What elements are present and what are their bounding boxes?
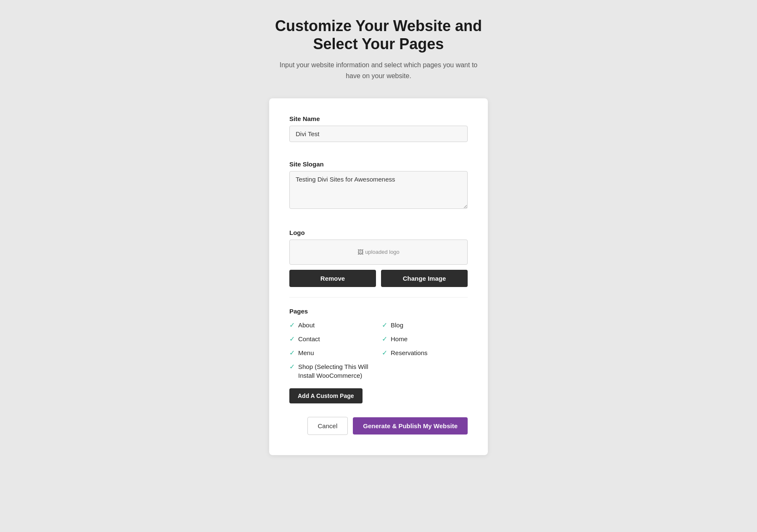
site-name-input[interactable] xyxy=(289,126,468,142)
page-label-about: About xyxy=(298,321,315,329)
page-item-about[interactable]: ✓ About xyxy=(289,321,375,329)
remove-logo-button[interactable]: Remove xyxy=(289,270,376,287)
check-icon-menu: ✓ xyxy=(289,349,295,357)
page-label-contact: Contact xyxy=(298,334,320,343)
page-subtitle: Input your website information and selec… xyxy=(273,60,484,81)
page-item-menu[interactable]: ✓ Menu xyxy=(289,348,375,357)
logo-group: Logo uploaded logo Remove Change Image xyxy=(289,229,468,287)
form-actions: Cancel Generate & Publish My Website xyxy=(289,417,468,435)
page-label-home: Home xyxy=(391,334,408,343)
divider xyxy=(289,297,468,298)
pages-grid: ✓ About ✓ Blog ✓ Contact ✓ Home ✓ Menu xyxy=(289,321,468,380)
page-label-menu: Menu xyxy=(298,348,314,357)
logo-preview: uploaded logo xyxy=(289,240,468,265)
page-label-blog: Blog xyxy=(391,321,403,329)
cancel-button[interactable]: Cancel xyxy=(307,417,348,435)
site-slogan-group: Site Slogan xyxy=(289,161,468,219)
check-icon-reservations: ✓ xyxy=(382,349,387,357)
check-icon-shop: ✓ xyxy=(289,363,295,371)
logo-preview-text: uploaded logo xyxy=(357,249,400,255)
generate-publish-button[interactable]: Generate & Publish My Website xyxy=(353,417,468,435)
change-image-button[interactable]: Change Image xyxy=(381,270,468,287)
site-name-label: Site Name xyxy=(289,115,468,122)
main-card: Site Name Site Slogan Logo uploaded logo… xyxy=(269,98,488,455)
pages-section: Pages ✓ About ✓ Blog ✓ Contact ✓ Home xyxy=(289,308,468,417)
logo-buttons: Remove Change Image xyxy=(289,270,468,287)
check-icon-about: ✓ xyxy=(289,321,295,329)
page-item-reservations[interactable]: ✓ Reservations xyxy=(382,348,468,357)
pages-label: Pages xyxy=(289,308,468,315)
logo-label: Logo xyxy=(289,229,468,236)
page-item-shop[interactable]: ✓ Shop (Selecting This Will Install WooC… xyxy=(289,362,375,380)
check-icon-blog: ✓ xyxy=(382,321,387,329)
check-icon-contact: ✓ xyxy=(289,335,295,343)
page-label-reservations: Reservations xyxy=(391,348,428,357)
page-title: Customize Your Website and Select Your P… xyxy=(275,17,482,53)
page-label-shop: Shop (Selecting This Will Install WooCom… xyxy=(298,362,375,380)
site-name-group: Site Name xyxy=(289,115,468,150)
site-slogan-label: Site Slogan xyxy=(289,161,468,168)
add-custom-page-button[interactable]: Add A Custom Page xyxy=(289,388,363,403)
check-icon-home: ✓ xyxy=(382,335,387,343)
page-item-contact[interactable]: ✓ Contact xyxy=(289,334,375,343)
page-item-blog[interactable]: ✓ Blog xyxy=(382,321,468,329)
page-item-home[interactable]: ✓ Home xyxy=(382,334,468,343)
site-slogan-input[interactable] xyxy=(289,171,468,209)
